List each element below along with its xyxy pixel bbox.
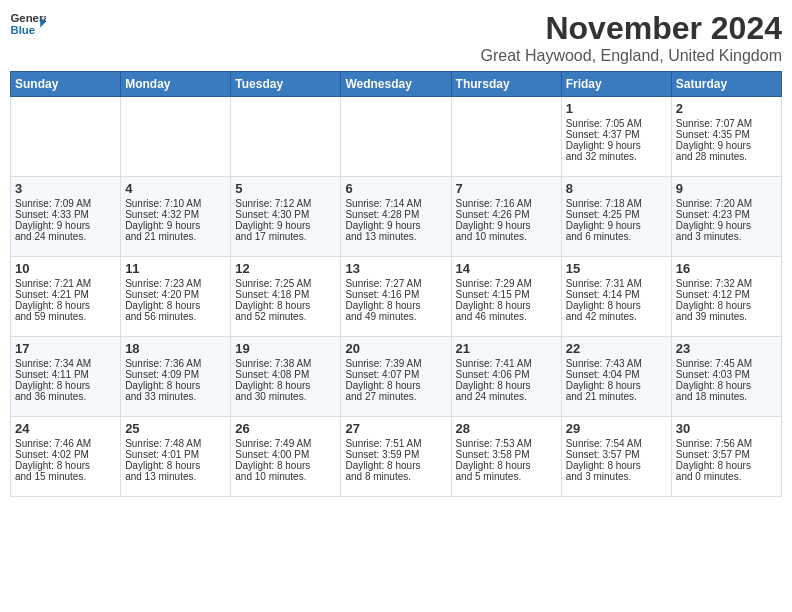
day-info-line: Daylight: 8 hours: [125, 380, 226, 391]
weekday-header: SundayMondayTuesdayWednesdayThursdayFrid…: [11, 72, 782, 97]
day-info-line: Sunrise: 7:56 AM: [676, 438, 777, 449]
day-info-line: Daylight: 8 hours: [456, 460, 557, 471]
day-number: 22: [566, 341, 667, 356]
day-info-line: Sunset: 4:37 PM: [566, 129, 667, 140]
day-info-line: Sunrise: 7:51 AM: [345, 438, 446, 449]
day-info-line: Sunrise: 7:18 AM: [566, 198, 667, 209]
calendar-cell: 10Sunrise: 7:21 AMSunset: 4:21 PMDayligh…: [11, 257, 121, 337]
day-info-line: Sunset: 3:57 PM: [566, 449, 667, 460]
day-info-line: and 46 minutes.: [456, 311, 557, 322]
calendar-cell: 7Sunrise: 7:16 AMSunset: 4:26 PMDaylight…: [451, 177, 561, 257]
logo-icon: General Blue: [10, 10, 46, 38]
day-info-line: and 10 minutes.: [456, 231, 557, 242]
day-info-line: and 56 minutes.: [125, 311, 226, 322]
day-info-line: Sunset: 4:02 PM: [15, 449, 116, 460]
calendar-cell: 28Sunrise: 7:53 AMSunset: 3:58 PMDayligh…: [451, 417, 561, 497]
calendar-cell: [231, 97, 341, 177]
day-info-line: and 24 minutes.: [456, 391, 557, 402]
day-number: 20: [345, 341, 446, 356]
calendar-cell: [341, 97, 451, 177]
day-number: 7: [456, 181, 557, 196]
day-info-line: Sunrise: 7:21 AM: [15, 278, 116, 289]
day-info-line: Sunset: 4:01 PM: [125, 449, 226, 460]
day-info-line: Sunset: 4:14 PM: [566, 289, 667, 300]
day-info-line: Sunset: 4:23 PM: [676, 209, 777, 220]
day-info-line: and 24 minutes.: [15, 231, 116, 242]
day-info-line: Sunset: 3:58 PM: [456, 449, 557, 460]
day-info-line: Sunrise: 7:14 AM: [345, 198, 446, 209]
day-info-line: Sunset: 4:12 PM: [676, 289, 777, 300]
day-info-line: and 18 minutes.: [676, 391, 777, 402]
day-number: 21: [456, 341, 557, 356]
day-info-line: and 17 minutes.: [235, 231, 336, 242]
week-row-0: 1Sunrise: 7:05 AMSunset: 4:37 PMDaylight…: [11, 97, 782, 177]
day-number: 15: [566, 261, 667, 276]
day-info-line: Sunrise: 7:16 AM: [456, 198, 557, 209]
day-info-line: Daylight: 8 hours: [456, 300, 557, 311]
day-info-line: and 27 minutes.: [345, 391, 446, 402]
day-info-line: Sunrise: 7:05 AM: [566, 118, 667, 129]
weekday-tuesday: Tuesday: [231, 72, 341, 97]
day-number: 27: [345, 421, 446, 436]
day-number: 2: [676, 101, 777, 116]
day-info-line: Daylight: 9 hours: [676, 140, 777, 151]
day-number: 6: [345, 181, 446, 196]
day-number: 24: [15, 421, 116, 436]
calendar-cell: 1Sunrise: 7:05 AMSunset: 4:37 PMDaylight…: [561, 97, 671, 177]
day-number: 28: [456, 421, 557, 436]
day-info-line: and 0 minutes.: [676, 471, 777, 482]
day-info-line: Sunset: 4:28 PM: [345, 209, 446, 220]
calendar-cell: 26Sunrise: 7:49 AMSunset: 4:00 PMDayligh…: [231, 417, 341, 497]
day-info-line: Sunset: 3:59 PM: [345, 449, 446, 460]
day-info-line: and 6 minutes.: [566, 231, 667, 242]
title-area: November 2024 Great Haywood, England, Un…: [480, 10, 782, 65]
day-info-line: Daylight: 8 hours: [15, 380, 116, 391]
day-info-line: Sunrise: 7:53 AM: [456, 438, 557, 449]
day-info-line: Sunset: 4:30 PM: [235, 209, 336, 220]
day-info-line: and 52 minutes.: [235, 311, 336, 322]
day-info-line: Sunset: 4:00 PM: [235, 449, 336, 460]
day-info-line: and 59 minutes.: [15, 311, 116, 322]
calendar-cell: 9Sunrise: 7:20 AMSunset: 4:23 PMDaylight…: [671, 177, 781, 257]
day-info-line: Sunset: 4:26 PM: [456, 209, 557, 220]
day-info-line: Sunset: 4:33 PM: [15, 209, 116, 220]
day-info-line: Sunrise: 7:31 AM: [566, 278, 667, 289]
day-info-line: Daylight: 8 hours: [125, 300, 226, 311]
calendar-cell: [121, 97, 231, 177]
day-info-line: Sunset: 4:16 PM: [345, 289, 446, 300]
calendar-cell: 3Sunrise: 7:09 AMSunset: 4:33 PMDaylight…: [11, 177, 121, 257]
day-number: 16: [676, 261, 777, 276]
calendar-body: 1Sunrise: 7:05 AMSunset: 4:37 PMDaylight…: [11, 97, 782, 497]
day-info-line: Sunrise: 7:49 AM: [235, 438, 336, 449]
calendar-cell: 29Sunrise: 7:54 AMSunset: 3:57 PMDayligh…: [561, 417, 671, 497]
day-info-line: Sunrise: 7:25 AM: [235, 278, 336, 289]
day-info-line: Daylight: 9 hours: [235, 220, 336, 231]
day-number: 29: [566, 421, 667, 436]
day-info-line: Sunset: 4:20 PM: [125, 289, 226, 300]
calendar-cell: 11Sunrise: 7:23 AMSunset: 4:20 PMDayligh…: [121, 257, 231, 337]
calendar-cell: 6Sunrise: 7:14 AMSunset: 4:28 PMDaylight…: [341, 177, 451, 257]
day-info-line: and 13 minutes.: [125, 471, 226, 482]
day-info-line: Sunrise: 7:43 AM: [566, 358, 667, 369]
day-info-line: Daylight: 8 hours: [235, 460, 336, 471]
day-info-line: Daylight: 8 hours: [15, 460, 116, 471]
day-info-line: and 3 minutes.: [676, 231, 777, 242]
day-info-line: Daylight: 8 hours: [235, 380, 336, 391]
day-info-line: Daylight: 8 hours: [566, 380, 667, 391]
calendar-cell: 15Sunrise: 7:31 AMSunset: 4:14 PMDayligh…: [561, 257, 671, 337]
day-number: 10: [15, 261, 116, 276]
calendar-cell: 14Sunrise: 7:29 AMSunset: 4:15 PMDayligh…: [451, 257, 561, 337]
day-info-line: and 30 minutes.: [235, 391, 336, 402]
day-info-line: and 49 minutes.: [345, 311, 446, 322]
day-info-line: Sunrise: 7:39 AM: [345, 358, 446, 369]
day-info-line: Sunrise: 7:41 AM: [456, 358, 557, 369]
day-info-line: and 21 minutes.: [125, 231, 226, 242]
day-info-line: Daylight: 9 hours: [566, 140, 667, 151]
day-info-line: Daylight: 8 hours: [566, 460, 667, 471]
week-row-3: 17Sunrise: 7:34 AMSunset: 4:11 PMDayligh…: [11, 337, 782, 417]
calendar-cell: 24Sunrise: 7:46 AMSunset: 4:02 PMDayligh…: [11, 417, 121, 497]
calendar-cell: 2Sunrise: 7:07 AMSunset: 4:35 PMDaylight…: [671, 97, 781, 177]
calendar-cell: 16Sunrise: 7:32 AMSunset: 4:12 PMDayligh…: [671, 257, 781, 337]
day-info-line: Daylight: 8 hours: [456, 380, 557, 391]
day-info-line: Sunset: 4:35 PM: [676, 129, 777, 140]
